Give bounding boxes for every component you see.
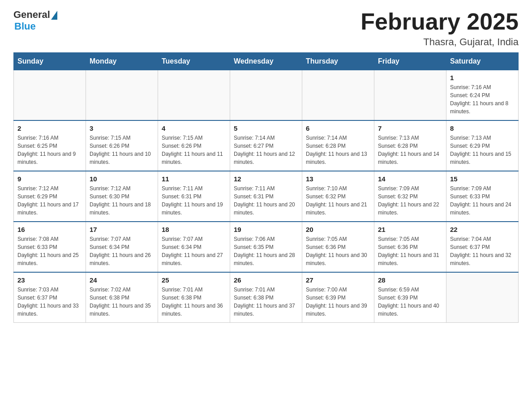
calendar-cell: 26Sunrise: 7:01 AMSunset: 6:38 PMDayligh…: [230, 272, 302, 323]
day-info: Sunrise: 7:01 AMSunset: 6:38 PMDaylight:…: [234, 286, 298, 318]
calendar-week-row: 1Sunrise: 7:16 AMSunset: 6:24 PMDaylight…: [14, 70, 519, 121]
day-info: Sunrise: 7:01 AMSunset: 6:38 PMDaylight:…: [162, 286, 226, 318]
day-info: Sunrise: 7:04 AMSunset: 6:37 PMDaylight:…: [450, 235, 515, 267]
calendar-cell: [14, 70, 86, 121]
day-info: Sunrise: 7:14 AMSunset: 6:27 PMDaylight:…: [234, 134, 298, 166]
calendar-cell: 9Sunrise: 7:12 AMSunset: 6:29 PMDaylight…: [14, 171, 86, 222]
day-number: 19: [234, 226, 298, 233]
day-info: Sunrise: 7:07 AMSunset: 6:34 PMDaylight:…: [162, 235, 226, 267]
calendar-cell: 8Sunrise: 7:13 AMSunset: 6:29 PMDaylight…: [446, 120, 519, 171]
calendar-week-row: 23Sunrise: 7:03 AMSunset: 6:37 PMDayligh…: [14, 272, 519, 323]
day-number: 18: [162, 226, 226, 233]
day-info: Sunrise: 7:13 AMSunset: 6:28 PMDaylight:…: [378, 134, 442, 166]
day-info: Sunrise: 7:07 AMSunset: 6:34 PMDaylight:…: [90, 235, 154, 267]
calendar-cell: 24Sunrise: 7:02 AMSunset: 6:38 PMDayligh…: [86, 272, 158, 323]
day-number: 28: [378, 276, 442, 284]
location-subtitle: Thasra, Gujarat, India: [360, 36, 519, 48]
day-of-week-header: Sunday: [14, 53, 86, 70]
calendar-cell: 20Sunrise: 7:05 AMSunset: 6:36 PMDayligh…: [302, 222, 374, 272]
day-number: 13: [306, 175, 370, 183]
day-number: 21: [378, 226, 442, 233]
day-of-week-header: Wednesday: [230, 53, 302, 70]
logo: General Blue: [13, 9, 57, 32]
day-info: Sunrise: 6:59 AMSunset: 6:39 PMDaylight:…: [378, 286, 442, 318]
day-number: 27: [306, 276, 370, 284]
day-info: Sunrise: 7:11 AMSunset: 6:31 PMDaylight:…: [234, 184, 298, 217]
day-info: Sunrise: 7:14 AMSunset: 6:28 PMDaylight:…: [306, 134, 370, 166]
day-of-week-header: Monday: [86, 53, 158, 70]
calendar-cell: 3Sunrise: 7:15 AMSunset: 6:26 PMDaylight…: [86, 120, 158, 171]
calendar-week-row: 2Sunrise: 7:16 AMSunset: 6:25 PMDaylight…: [14, 120, 519, 171]
day-number: 3: [90, 124, 154, 132]
day-info: Sunrise: 7:00 AMSunset: 6:39 PMDaylight:…: [306, 286, 370, 318]
calendar-cell: [446, 272, 519, 323]
day-number: 12: [234, 175, 298, 183]
calendar-cell: 5Sunrise: 7:14 AMSunset: 6:27 PMDaylight…: [230, 120, 302, 171]
calendar-cell: 25Sunrise: 7:01 AMSunset: 6:38 PMDayligh…: [158, 272, 230, 323]
day-info: Sunrise: 7:03 AMSunset: 6:37 PMDaylight:…: [17, 286, 82, 318]
calendar-cell: 12Sunrise: 7:11 AMSunset: 6:31 PMDayligh…: [230, 171, 302, 222]
calendar-week-row: 16Sunrise: 7:08 AMSunset: 6:33 PMDayligh…: [14, 222, 519, 272]
calendar-cell: 7Sunrise: 7:13 AMSunset: 6:28 PMDaylight…: [374, 120, 446, 171]
calendar-cell: 2Sunrise: 7:16 AMSunset: 6:25 PMDaylight…: [14, 120, 86, 171]
day-number: 15: [450, 175, 515, 183]
day-number: 25: [162, 276, 226, 284]
day-info: Sunrise: 7:12 AMSunset: 6:29 PMDaylight:…: [17, 184, 82, 217]
calendar-cell: [230, 70, 302, 121]
day-number: 1: [450, 74, 515, 81]
day-info: Sunrise: 7:13 AMSunset: 6:29 PMDaylight:…: [450, 134, 515, 166]
day-number: 17: [90, 226, 154, 233]
day-info: Sunrise: 7:16 AMSunset: 6:25 PMDaylight:…: [17, 134, 82, 166]
calendar-cell: 13Sunrise: 7:10 AMSunset: 6:32 PMDayligh…: [302, 171, 374, 222]
day-number: 6: [306, 124, 370, 132]
day-info: Sunrise: 7:09 AMSunset: 6:32 PMDaylight:…: [378, 184, 442, 217]
logo-general-text: General: [13, 9, 50, 21]
day-info: Sunrise: 7:15 AMSunset: 6:26 PMDaylight:…: [162, 134, 226, 166]
day-of-week-header: Saturday: [446, 53, 519, 70]
title-block: February 2025 Thasra, Gujarat, India: [360, 9, 519, 48]
page-header: General Blue February 2025 Thasra, Gujar…: [13, 9, 519, 48]
day-number: 7: [378, 124, 442, 132]
day-number: 16: [17, 226, 82, 233]
logo-blue-text: Blue: [14, 21, 36, 32]
day-number: 4: [162, 124, 226, 132]
day-number: 2: [17, 124, 82, 132]
day-info: Sunrise: 7:06 AMSunset: 6:35 PMDaylight:…: [234, 235, 298, 267]
calendar-cell: [374, 70, 446, 121]
calendar-cell: [86, 70, 158, 121]
day-info: Sunrise: 7:15 AMSunset: 6:26 PMDaylight:…: [90, 134, 154, 166]
day-info: Sunrise: 7:08 AMSunset: 6:33 PMDaylight:…: [17, 235, 82, 267]
day-of-week-header: Tuesday: [158, 53, 230, 70]
calendar-cell: 28Sunrise: 6:59 AMSunset: 6:39 PMDayligh…: [374, 272, 446, 323]
calendar-cell: 23Sunrise: 7:03 AMSunset: 6:37 PMDayligh…: [14, 272, 86, 323]
day-info: Sunrise: 7:05 AMSunset: 6:36 PMDaylight:…: [306, 235, 370, 267]
calendar-cell: 10Sunrise: 7:12 AMSunset: 6:30 PMDayligh…: [86, 171, 158, 222]
calendar-table: SundayMondayTuesdayWednesdayThursdayFrid…: [13, 52, 519, 323]
day-info: Sunrise: 7:02 AMSunset: 6:38 PMDaylight:…: [90, 286, 154, 318]
calendar-cell: 4Sunrise: 7:15 AMSunset: 6:26 PMDaylight…: [158, 120, 230, 171]
day-info: Sunrise: 7:11 AMSunset: 6:31 PMDaylight:…: [162, 184, 226, 217]
calendar-cell: 11Sunrise: 7:11 AMSunset: 6:31 PMDayligh…: [158, 171, 230, 222]
day-number: 23: [17, 276, 82, 284]
calendar-cell: [158, 70, 230, 121]
day-number: 14: [378, 175, 442, 183]
day-info: Sunrise: 7:05 AMSunset: 6:36 PMDaylight:…: [378, 235, 442, 267]
day-info: Sunrise: 7:09 AMSunset: 6:33 PMDaylight:…: [450, 184, 515, 217]
day-number: 5: [234, 124, 298, 132]
day-info: Sunrise: 7:10 AMSunset: 6:32 PMDaylight:…: [306, 184, 370, 217]
calendar-cell: 19Sunrise: 7:06 AMSunset: 6:35 PMDayligh…: [230, 222, 302, 272]
calendar-cell: 17Sunrise: 7:07 AMSunset: 6:34 PMDayligh…: [86, 222, 158, 272]
calendar-cell: [302, 70, 374, 121]
calendar-cell: 1Sunrise: 7:16 AMSunset: 6:24 PMDaylight…: [446, 70, 519, 121]
logo-triangle-icon: [51, 11, 57, 20]
day-number: 26: [234, 276, 298, 284]
day-number: 9: [17, 175, 82, 183]
day-number: 20: [306, 226, 370, 233]
calendar-cell: 22Sunrise: 7:04 AMSunset: 6:37 PMDayligh…: [446, 222, 519, 272]
day-info: Sunrise: 7:16 AMSunset: 6:24 PMDaylight:…: [450, 83, 515, 116]
day-info: Sunrise: 7:12 AMSunset: 6:30 PMDaylight:…: [90, 184, 154, 217]
day-of-week-header: Thursday: [302, 53, 374, 70]
logo-top: General: [13, 9, 57, 21]
day-number: 8: [450, 124, 515, 132]
day-number: 10: [90, 175, 154, 183]
